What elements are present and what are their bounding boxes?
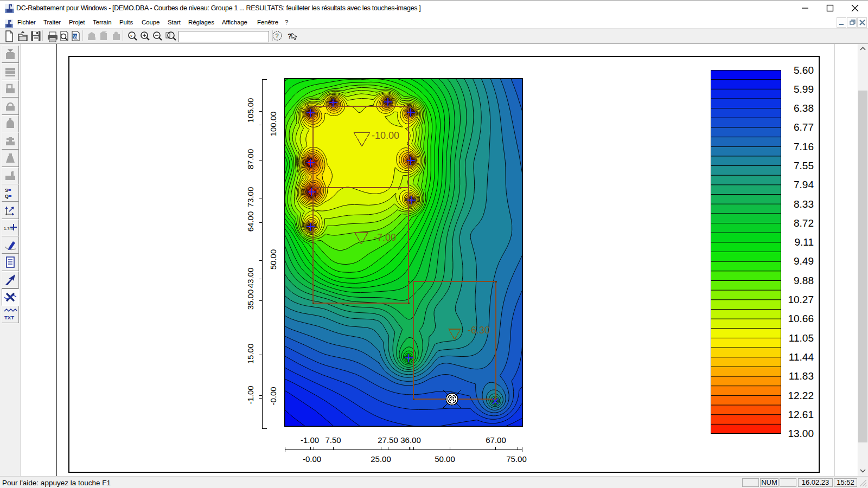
svg-text:TXT: TXT (4, 314, 14, 320)
svg-text:W: W (73, 34, 78, 39)
svg-text:Q=: Q= (5, 194, 11, 199)
svg-text:-6.30: -6.30 (468, 325, 490, 336)
svg-text:?: ? (288, 32, 292, 40)
svg-text:?: ? (276, 33, 279, 39)
svg-text:-7.00: -7.00 (374, 232, 396, 243)
svg-text:S=: S= (5, 188, 11, 193)
svg-text:v: v (130, 33, 132, 38)
svg-text:-10.00: -10.00 (372, 130, 399, 141)
